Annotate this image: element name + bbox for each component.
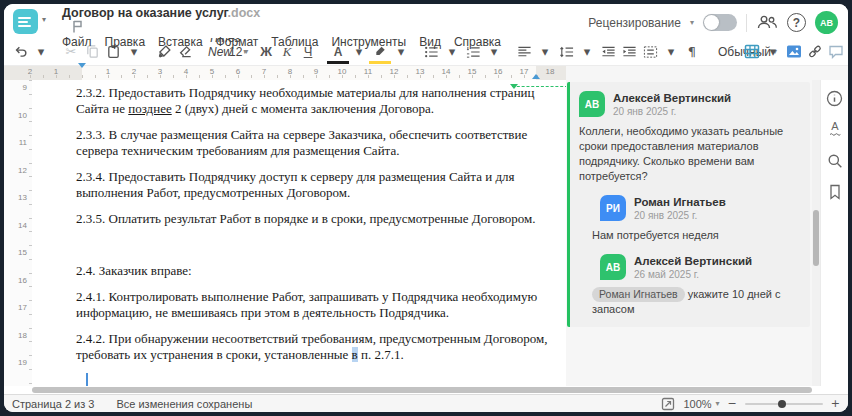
- comments-scrollbar[interactable]: [812, 80, 820, 386]
- menu-item[interactable]: Формат: [216, 35, 259, 49]
- header: ▾ Договор на оказание услуг.docx ФайлПра…: [4, 4, 848, 38]
- paragraph-borders-button[interactable]: [640, 41, 660, 63]
- comment-text: Роман Игнатьевукажите 10 дней с запасом: [592, 287, 800, 317]
- favorite-flag-icon[interactable]: [72, 20, 83, 33]
- review-toggle[interactable]: [703, 14, 737, 31]
- show-nonprinting-button[interactable]: ¶: [682, 41, 702, 63]
- menu-item[interactable]: Правка: [105, 35, 146, 49]
- doc-paragraph[interactable]: 2.3.2. Предоставить Подрядчику необходим…: [76, 85, 554, 117]
- menu-item[interactable]: Файл: [62, 35, 92, 49]
- comment-reply[interactable]: АВАлексей Вертинский26 май 2025 г.Роман …: [592, 254, 800, 317]
- vertical-ruler: 91011121314151617181920: [4, 80, 32, 386]
- zoom-in-button[interactable]: +: [831, 397, 840, 410]
- undo-button[interactable]: [10, 41, 30, 63]
- comment-reply[interactable]: РИРоман Игнатьев20 янв 2025 г.Нам потреб…: [592, 195, 800, 243]
- align-caret-icon[interactable]: ▾: [535, 41, 555, 63]
- screen: { "header": { "doc_title": "Договор на о…: [0, 0, 852, 416]
- doc-paragraph[interactable]: [76, 237, 554, 253]
- comment-date: 26 май 2025 г.: [634, 269, 752, 280]
- user-avatar[interactable]: АВ: [815, 11, 838, 34]
- insert-image-button[interactable]: [784, 41, 804, 63]
- horizontal-ruler: 21123456789101112131415161718: [4, 66, 566, 80]
- ruler-row: 21123456789101112131415161718: [4, 66, 848, 80]
- paragraph-style-select[interactable]: Обычный▾: [712, 41, 732, 63]
- comment-author: Алексей Вертинский: [613, 91, 731, 104]
- app-logo-icon[interactable]: [13, 9, 38, 34]
- page-indicator[interactable]: Страница 2 из 3: [12, 398, 94, 410]
- comments-panel: АВАлексей Вертинский20 янв 2025 г.Коллег…: [566, 80, 812, 386]
- help-icon[interactable]: ?: [787, 13, 806, 32]
- menu-bar: ФайлПравкаВставкаФорматТаблицаИнструмент…: [62, 35, 501, 49]
- line-spacing-caret-icon[interactable]: ▾: [577, 41, 597, 63]
- info-icon[interactable]: [825, 88, 845, 108]
- search-icon[interactable]: [825, 151, 845, 171]
- menu-item[interactable]: Справка: [454, 35, 501, 49]
- document-page[interactable]: 2.3.2. Предоставить Подрядчику необходим…: [32, 80, 566, 386]
- save-status: Все изменения сохранены: [116, 398, 252, 410]
- insert-table-caret-icon[interactable]: ▾: [763, 41, 783, 63]
- app-window: ▾ Договор на оказание услуг.docx ФайлПра…: [4, 4, 848, 412]
- paragraph-borders-caret-icon[interactable]: ▾: [661, 41, 681, 63]
- align-left-button[interactable]: [514, 41, 534, 63]
- doc-paragraph[interactable]: 2.3.5. Оплатить результат Работ в порядк…: [76, 211, 554, 227]
- logo-menu-caret-icon[interactable]: ▾: [42, 15, 46, 24]
- comment-avatar: АВ: [579, 91, 605, 117]
- menu-item[interactable]: Вид: [419, 35, 441, 49]
- comment-author: Роман Игнатьев: [634, 195, 726, 208]
- more-tools-button[interactable]: ⋯: [847, 41, 848, 63]
- comment-text: Коллеги, необходимо указать реальные сро…: [579, 124, 800, 184]
- zoom-level-select[interactable]: 100%▾: [683, 398, 719, 410]
- document-title: Договор на оказание услуг.docx: [62, 6, 501, 33]
- comment[interactable]: АВАлексей Вертинский20 янв 2025 г.Коллег…: [579, 91, 800, 184]
- main-area: 91011121314151617181920 2.3.2. Предостав…: [4, 80, 848, 386]
- text-cursor: [86, 373, 88, 386]
- comment-avatar: РИ: [600, 195, 626, 221]
- doc-paragraph[interactable]: 2.4. Заказчик вправе:: [76, 263, 554, 279]
- comment-date: 20 янв 2025 г.: [634, 210, 726, 221]
- zoom-slider[interactable]: [745, 403, 823, 405]
- status-bar: Страница 2 из 3 Все изменения сохранены …: [4, 394, 848, 412]
- divider: [746, 14, 747, 32]
- menu-item[interactable]: Вставка: [158, 35, 203, 49]
- line-spacing-button[interactable]: [556, 41, 576, 63]
- doc-paragraphs: 2.3.2. Предоставить Подрядчику необходим…: [76, 85, 554, 386]
- increase-indent-button[interactable]: [619, 41, 639, 63]
- spellcheck-icon[interactable]: А: [825, 119, 845, 139]
- collaboration-users-icon[interactable]: [756, 15, 778, 30]
- comment-date: 20 янв 2025 г.: [613, 106, 731, 117]
- review-caret-icon[interactable]: ▾: [690, 18, 694, 27]
- decrease-indent-button[interactable]: [598, 41, 618, 63]
- doc-paragraph[interactable]: 2.3.3. В случае размещения Сайта на серв…: [76, 127, 554, 159]
- doc-paragraph[interactable]: 2.4.2. При обнаружении несоответствий тр…: [76, 331, 554, 363]
- comment-thread-card[interactable]: АВАлексей Вертинский20 янв 2025 г.Коллег…: [567, 82, 810, 327]
- comment-text: Нам потребуется неделя: [592, 228, 800, 243]
- font-color-button[interactable]: А: [328, 41, 348, 63]
- highlight-color-button[interactable]: [370, 41, 390, 63]
- doc-paragraph[interactable]: 2.4.1. Контролировать выполнение Работ, …: [76, 289, 554, 321]
- menu-item[interactable]: Таблица: [271, 35, 318, 49]
- review-mode-label[interactable]: Рецензирование: [588, 16, 681, 30]
- right-sidebar: А: [820, 80, 848, 386]
- mention-chip[interactable]: Роман Игнатьев: [592, 287, 685, 302]
- undo-caret-icon[interactable]: ▾: [31, 41, 51, 63]
- insert-comment-button[interactable]: [826, 41, 846, 63]
- horizontal-scrollbar[interactable]: [4, 386, 848, 394]
- right-indent-marker[interactable]: [532, 74, 540, 79]
- comment-avatar: АВ: [600, 254, 626, 280]
- doc-paragraph[interactable]: 2.3.4. Предоставить Подрядчику доступ к …: [76, 169, 554, 201]
- svg-text:А: А: [831, 120, 839, 132]
- insert-link-button[interactable]: [805, 41, 825, 63]
- comment-author: Алексей Вертинский: [634, 254, 752, 267]
- fit-width-icon[interactable]: [661, 397, 675, 411]
- insert-table-button[interactable]: [742, 41, 762, 63]
- bookmark-icon[interactable]: [825, 182, 845, 202]
- zoom-out-button[interactable]: −: [728, 397, 737, 410]
- comment-anchor-line: [512, 86, 568, 87]
